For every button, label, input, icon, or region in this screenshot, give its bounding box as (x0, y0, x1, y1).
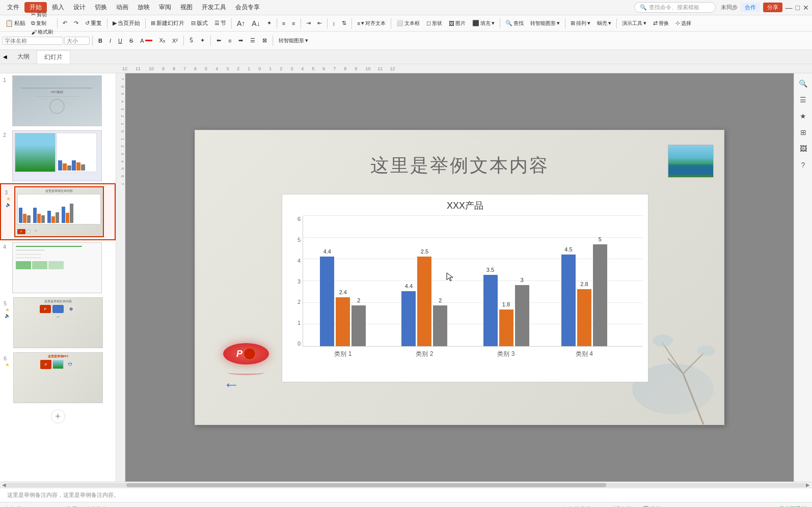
text-box-btn[interactable]: ⬜文本框 (393, 19, 423, 28)
smart-shape-btn[interactable]: 转智能图形▾ (527, 19, 563, 28)
align-right-btn[interactable]: ➡ (235, 36, 246, 45)
notes-toggle-btn[interactable]: 📝 备注 (610, 505, 635, 507)
horizontal-scrollbar[interactable]: ◀ ▶ (0, 482, 812, 488)
slide-item-5[interactable]: 5 ★ 🔈 这里是举例文本内容 P ⚙ ↩ (0, 295, 116, 350)
slide-preview-5[interactable]: 这里是举例文本内容 P ⚙ ↩ (13, 297, 103, 348)
align-left-btn[interactable]: ⬅ (213, 36, 224, 45)
alignment-btn[interactable]: ≡▾对齐文本 (354, 19, 389, 28)
sync-status[interactable]: 未同步 (721, 4, 738, 11)
menu-review[interactable]: 审阅 (155, 2, 175, 13)
clear-format-btn[interactable]: ✦ (264, 19, 275, 27)
special-effect-btn[interactable]: ✦ (197, 36, 208, 45)
collapse-panel-btn[interactable]: ◀ (0, 50, 10, 64)
underline-button[interactable]: U (115, 37, 125, 45)
menu-member[interactable]: 会员专享 (231, 2, 264, 13)
outdent-btn[interactable]: ⇤ (314, 19, 325, 27)
slide-image (668, 145, 714, 178)
new-slide-btn[interactable]: ⊞新建幻灯片 (148, 18, 187, 28)
add-slide-btn[interactable]: + (51, 409, 65, 424)
h-scroll-track[interactable] (6, 483, 806, 487)
strikethrough-button[interactable]: S (126, 37, 136, 45)
align-center-btn[interactable]: ≡ (225, 37, 234, 45)
sidebar-star-btn[interactable]: ★ (796, 109, 810, 123)
copy-button[interactable]: ⧉ 复制 (29, 19, 55, 27)
smart-art-btn[interactable]: 转智能图形▾ (276, 36, 311, 45)
close-btn[interactable]: ✕ (803, 4, 809, 12)
slide-preview-6[interactable]: 这里是举例PPT P 🛡 (13, 352, 103, 403)
maximize-btn[interactable]: □ (796, 4, 800, 12)
undo-button[interactable]: ↶ (60, 19, 70, 27)
text-direction-btn[interactable]: ⇅ (339, 19, 349, 27)
font-family-input[interactable] (2, 37, 63, 45)
font-size-input[interactable] (64, 37, 90, 45)
paste-button[interactable]: 📋 粘贴 (2, 18, 29, 28)
bold-button[interactable]: B (95, 37, 105, 45)
outline-tab[interactable]: 大纲 (10, 50, 37, 63)
scroll-right-btn[interactable]: ▶ (806, 482, 810, 488)
shape-btn[interactable]: ◻形状 (423, 19, 445, 28)
slides-tab[interactable]: 幻灯片 (37, 50, 70, 64)
numbered-list-btn[interactable]: ≡ (289, 19, 298, 27)
section-btn[interactable]: ☰节 (211, 18, 229, 28)
menu-slideshow[interactable]: 放映 (133, 2, 154, 13)
present-tool-btn[interactable]: 演示工具▾ (619, 19, 649, 28)
menu-devtools[interactable]: 开发工具 (198, 2, 230, 13)
sidebar-grid-btn[interactable]: ⊞ (796, 125, 810, 139)
slide-preview-4[interactable]: ──────────────── ────────────── ────────… (12, 242, 102, 293)
replace-btn[interactable]: ⇄替换 (650, 19, 672, 28)
cut-button[interactable]: ✂ 剪切 (29, 11, 55, 19)
line-height-btn[interactable]: ↕ (330, 19, 339, 27)
slide-item-1[interactable]: 1 PPT教程 (0, 73, 116, 128)
chart-container[interactable]: XXX产品 0 1 2 3 4 5 6 (282, 194, 648, 382)
format-brush-button[interactable]: 🖌 格式刷 (29, 28, 55, 36)
layout-btn[interactable]: ⊟版式 (188, 18, 211, 28)
slide-item-6[interactable]: 6 ★ 这里是举例PPT P 🛡 (0, 350, 116, 405)
bullet-list-btn[interactable]: ≡ (279, 19, 288, 27)
distributed-btn[interactable]: ⊠ (259, 36, 270, 45)
collaborate-btn[interactable]: 合作 (741, 3, 760, 12)
font-color-btn[interactable]: A (137, 37, 155, 45)
menu-transition[interactable]: 切换 (91, 2, 111, 13)
notes-bar[interactable]: 这里是举例备注内容，这里是举例备注内容。 (0, 488, 812, 502)
italic-button[interactable]: I (106, 37, 114, 45)
comments-toggle-btn[interactable]: 💬 批注 (639, 505, 665, 507)
menu-view[interactable]: 视图 (176, 2, 197, 13)
menu-design[interactable]: 设计 (69, 2, 90, 13)
slide-item-2[interactable]: 2 (0, 128, 116, 183)
justify-btn[interactable]: ☰ (247, 36, 258, 45)
superscript-btn[interactable]: X² (169, 37, 181, 45)
shell-btn[interactable]: 蜗壳▾ (594, 19, 614, 28)
slide-canvas[interactable]: 这里是举例文本内容 P (195, 130, 724, 425)
sidebar-image-btn[interactable]: 🖼 (796, 142, 810, 156)
scroll-left-btn[interactable]: ◀ (2, 482, 6, 488)
canvas-area[interactable]: 这里是举例文本内容 P (125, 73, 794, 482)
menu-animation[interactable]: 动画 (112, 2, 132, 13)
slide-preview-2[interactable] (12, 130, 102, 181)
current-page-btn[interactable]: ▶当页开始 (110, 18, 143, 28)
bar-group-2: 4.4 2.5 2 类别 2 (401, 257, 447, 346)
slide-item-3[interactable]: 3 ★ 🔈 这里是举例文本内容 (0, 183, 116, 240)
fill-btn[interactable]: ⬛填充▾ (469, 19, 498, 28)
slide-item-4[interactable]: 4 ──────────────── ────────────── ──────… (0, 240, 116, 295)
slide-preview-3[interactable]: 这里是举例文本内容 (14, 186, 104, 237)
slide-preview-1[interactable]: PPT教程 (12, 75, 102, 126)
minimize-btn[interactable]: — (786, 4, 793, 12)
repeat-button[interactable]: ↺重复 (82, 18, 105, 28)
redo-button[interactable]: ↷ (71, 19, 82, 27)
smart-beautify-btn[interactable]: ✨ 智能美化 ▾ (558, 505, 599, 507)
indent-btn[interactable]: ⇥ (303, 19, 314, 27)
subscript-btn[interactable]: X₂ (156, 36, 168, 45)
shadow-btn[interactable]: S̈ (186, 36, 196, 45)
share-btn[interactable]: 分享 (763, 3, 782, 12)
find-btn[interactable]: 🔍查找 (502, 19, 527, 28)
h-scroll-thumb[interactable] (126, 483, 606, 487)
sidebar-help-btn[interactable]: ? (796, 158, 810, 172)
increase-font-btn[interactable]: A↑ (234, 18, 248, 29)
picture-btn[interactable]: 🖼图片 (446, 19, 469, 28)
decrease-font-btn[interactable]: A↓ (249, 18, 263, 29)
sidebar-search-btn[interactable]: 🔍 (796, 76, 810, 91)
horizontal-ruler: 12 11 10 9 8 7 6 5 4 3 2 1 0 1 2 3 4 5 6… (0, 64, 812, 73)
select-btn[interactable]: ⊹选择 (672, 19, 694, 28)
arrange-btn[interactable]: ⊞排列▾ (567, 19, 593, 28)
sidebar-filter-btn[interactable]: ☰ (796, 93, 810, 107)
